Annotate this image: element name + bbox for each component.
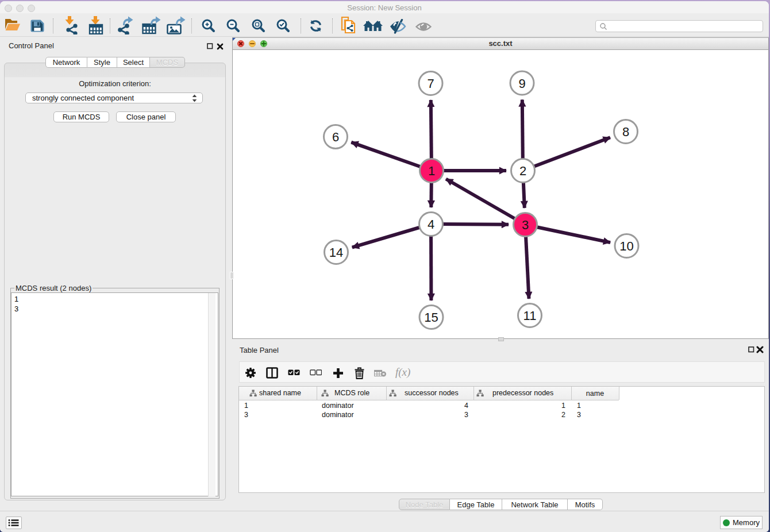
svg-text:2: 2 [519, 164, 526, 178]
svg-text:14: 14 [329, 245, 343, 260]
svg-text:15: 15 [424, 310, 438, 325]
svg-text:6: 6 [332, 130, 339, 144]
svg-text:9: 9 [518, 76, 525, 91]
svg-text:11: 11 [523, 309, 537, 323]
svg-text:7: 7 [427, 76, 434, 91]
svg-text:8: 8 [622, 125, 629, 139]
svg-text:3: 3 [522, 218, 529, 232]
svg-text:4: 4 [428, 217, 434, 232]
svg-text:10: 10 [619, 239, 633, 253]
svg-text:1: 1 [428, 164, 435, 178]
